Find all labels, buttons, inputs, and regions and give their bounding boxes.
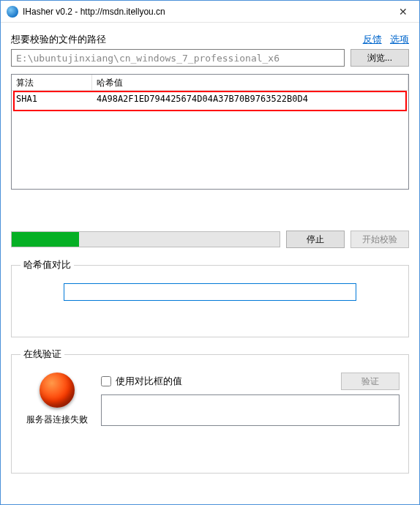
file-path-label: 想要校验的文件的路径 [11, 33, 106, 46]
file-path-input[interactable] [11, 49, 345, 67]
hash-table: 算法 哈希值 SHA1 4A98A2F1ED794425674D04A37B70… [11, 74, 409, 190]
titlebar: IHasher v0.2 - http://msdn.itellyou.cn ✕ [1, 1, 419, 23]
column-header-hash[interactable]: 哈希值 [92, 75, 408, 90]
online-verify-group: 在线验证 服务器连接失败 使用对比框的值 验证 [11, 348, 409, 474]
stop-button[interactable]: 停止 [286, 231, 345, 248]
status-error-icon [40, 373, 75, 408]
compare-group: 哈希值对比 [11, 258, 409, 337]
column-header-algorithm[interactable]: 算法 [12, 75, 92, 90]
use-compare-checkbox-wrap[interactable]: 使用对比框的值 [101, 375, 182, 388]
app-icon [7, 6, 18, 18]
use-compare-checkbox-label: 使用对比框的值 [116, 375, 182, 388]
cell-hash: 4A98A2F1ED794425674D04A37B70B9763522B0D4 [92, 92, 408, 105]
cell-algorithm: SHA1 [12, 92, 92, 105]
browse-button[interactable]: 浏览... [350, 49, 409, 67]
verify-output[interactable] [101, 394, 400, 426]
compare-input[interactable] [64, 283, 356, 301]
table-row[interactable]: SHA1 4A98A2F1ED794425674D04A37B70B976352… [12, 91, 408, 107]
app-window: IHasher v0.2 - http://msdn.itellyou.cn ✕… [0, 0, 420, 505]
feedback-link[interactable]: 反馈 [363, 34, 382, 45]
start-button: 开始校验 [350, 231, 409, 248]
options-link[interactable]: 选项 [390, 34, 409, 45]
close-icon[interactable]: ✕ [386, 1, 419, 22]
status-text: 服务器连接失败 [26, 414, 88, 426]
progress-fill [12, 232, 79, 247]
compare-legend: 哈希值对比 [20, 258, 74, 272]
use-compare-checkbox[interactable] [101, 376, 111, 386]
window-title: IHasher v0.2 - http://msdn.itellyou.cn [23, 7, 165, 17]
content-area: 想要校验的文件的路径 反馈 选项 浏览... 算法 哈希值 SHA1 4A98A… [1, 23, 419, 504]
progress-bar [11, 231, 280, 247]
verify-legend: 在线验证 [20, 348, 64, 361]
verify-button: 验证 [341, 373, 400, 390]
